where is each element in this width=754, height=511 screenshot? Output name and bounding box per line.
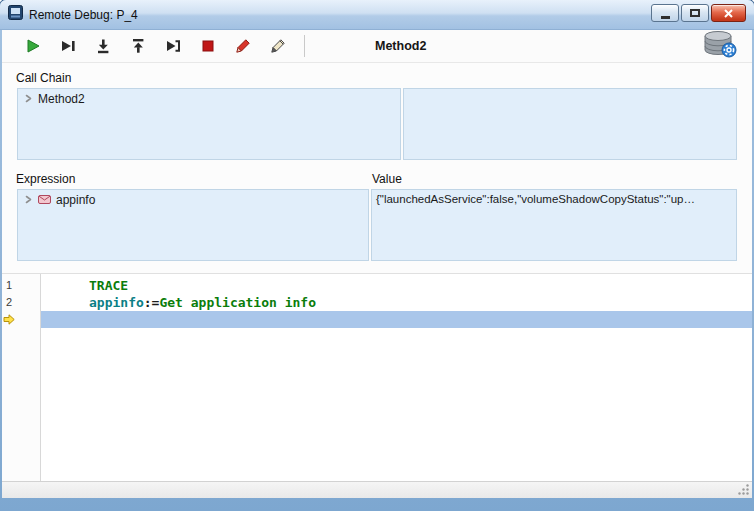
edit-button[interactable] xyxy=(265,34,291,58)
current-method-name: Method2 xyxy=(375,39,426,53)
titlebar[interactable]: Remote Debug: P_4 xyxy=(0,0,754,30)
watch-header: Expression Value xyxy=(16,172,752,186)
object-icon xyxy=(38,195,51,204)
window-controls xyxy=(651,4,746,22)
code-token: Get application info xyxy=(159,295,316,310)
database-settings-button[interactable] xyxy=(702,30,738,62)
execution-marker-cell[interactable] xyxy=(2,311,40,328)
abort-and-edit-button[interactable] xyxy=(230,34,256,58)
call-chain-item-label: Method2 xyxy=(38,92,85,106)
red-pencil-icon xyxy=(235,38,251,54)
play-icon xyxy=(25,38,41,54)
app-icon xyxy=(8,5,23,24)
line-number[interactable]: 1 xyxy=(2,277,40,294)
step-into-button[interactable] xyxy=(90,34,116,58)
abort-button[interactable] xyxy=(195,34,221,58)
chevron-right-icon xyxy=(24,94,33,103)
window-title: Remote Debug: P_4 xyxy=(29,8,138,22)
code-token: := xyxy=(144,295,160,310)
status-bar xyxy=(2,481,752,498)
maximize-button[interactable] xyxy=(681,4,709,22)
code-line-1[interactable]: TRACE xyxy=(41,277,752,294)
step-into-process-button[interactable] xyxy=(160,34,186,58)
code-token: appinfo xyxy=(89,295,144,310)
current-execution-line[interactable] xyxy=(41,311,752,328)
line-number[interactable]: 2 xyxy=(2,294,40,311)
code-token: TRACE xyxy=(89,278,128,293)
line-number-gutter[interactable]: 1 2 xyxy=(2,274,41,481)
expression-item[interactable]: appinfo xyxy=(18,190,368,209)
maximize-icon xyxy=(690,9,700,17)
step-over-button[interactable] xyxy=(55,34,81,58)
call-chain-detail-pane[interactable] xyxy=(403,88,737,160)
close-button[interactable] xyxy=(711,4,746,22)
call-chain-label: Call Chain xyxy=(16,71,752,85)
expression-value[interactable]: {"launchedAsService":false,"volumeShadow… xyxy=(372,190,736,209)
expression-list[interactable]: appinfo xyxy=(17,189,369,261)
call-chain-panel: Method2 xyxy=(17,88,737,160)
chevron-right-icon xyxy=(24,195,33,204)
expression-name: appinfo xyxy=(56,193,95,207)
continue-button[interactable] xyxy=(20,34,46,58)
resize-grip-icon[interactable] xyxy=(737,483,750,496)
call-chain-item[interactable]: Method2 xyxy=(18,89,400,108)
watch-panel: appinfo {"launchedAsService":false,"volu… xyxy=(17,189,737,261)
code-editor[interactable]: 1 2 TRACE appinfo:=Get application info xyxy=(2,273,752,481)
expression-label: Expression xyxy=(16,172,372,186)
call-chain-list[interactable]: Method2 xyxy=(17,88,401,160)
step-out-button[interactable] xyxy=(125,34,151,58)
close-icon xyxy=(724,9,733,18)
minimize-button[interactable] xyxy=(651,4,679,22)
current-line-arrow-icon xyxy=(3,314,15,325)
client-area: Method2 Call Chain Method2 xyxy=(2,30,752,498)
database-gear-icon xyxy=(702,30,738,58)
step-into-icon xyxy=(95,38,111,54)
step-into-process-icon xyxy=(165,38,181,54)
minimize-icon xyxy=(661,16,670,19)
remote-debug-window: Remote Debug: P_4 xyxy=(0,0,754,511)
step-over-icon xyxy=(60,38,76,54)
toolbar-separator xyxy=(304,35,305,57)
code-area[interactable]: TRACE appinfo:=Get application info xyxy=(41,274,752,481)
debug-toolbar: Method2 xyxy=(2,30,752,63)
value-pane[interactable]: {"launchedAsService":false,"volumeShadow… xyxy=(371,189,737,261)
pencil-icon xyxy=(270,38,286,54)
value-label: Value xyxy=(372,172,402,186)
code-line-2[interactable]: appinfo:=Get application info xyxy=(41,294,752,311)
stop-icon xyxy=(200,38,216,54)
step-out-icon xyxy=(130,38,146,54)
